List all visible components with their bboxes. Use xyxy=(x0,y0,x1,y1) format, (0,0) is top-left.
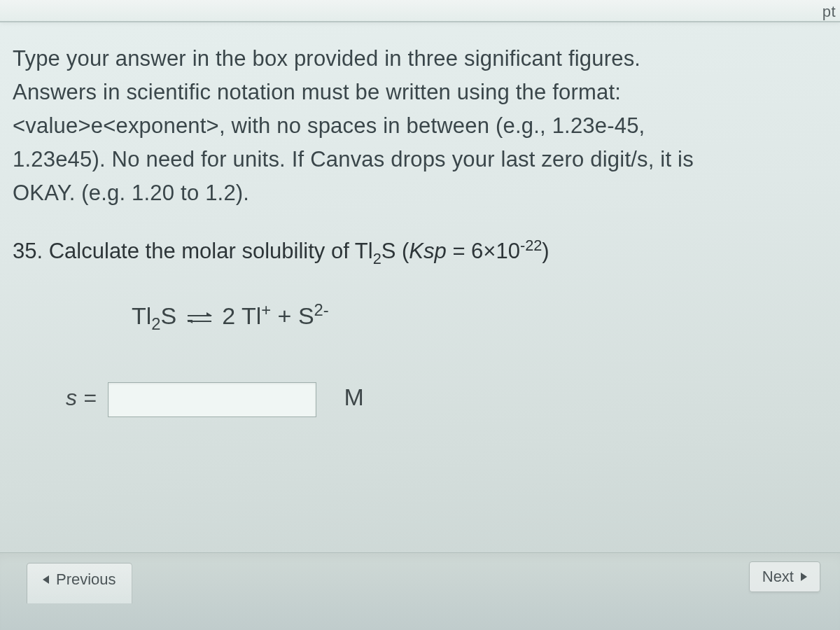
top-toolbar-strip xyxy=(0,0,840,22)
equilibrium-arrows-icon xyxy=(188,312,211,326)
answer-input[interactable] xyxy=(108,382,316,417)
instr-line-3a: <value>e<exponent>, with no spaces in be… xyxy=(13,113,645,138)
points-fragment: pt xyxy=(822,3,836,21)
answer-label: s = xyxy=(66,385,97,411)
eq-lhs-tl: Tl xyxy=(132,303,151,330)
previous-button-label: Previous xyxy=(56,570,116,589)
question-number: 35. xyxy=(13,239,43,264)
eq-rhs-tl: Tl xyxy=(235,303,261,330)
equilibrium-equation: Tl2S 2 Tl+ + S2- xyxy=(132,300,822,334)
eq-plus: + xyxy=(271,303,298,330)
instr-line-2: Answers in scientific notation must be w… xyxy=(13,80,621,104)
next-button-label: Next xyxy=(762,568,794,586)
eq-lhs-sub2: 2 xyxy=(151,315,160,334)
instr-line-1: Type your answer in the box provided in … xyxy=(13,46,640,71)
chevron-left-icon xyxy=(43,575,49,584)
eq-rhs-s-charge: 2- xyxy=(314,300,329,319)
question-close-paren: ) xyxy=(542,239,549,264)
previous-button[interactable]: Previous xyxy=(27,563,132,623)
question-prompt: 35. Calculate the molar solubility of Tl… xyxy=(13,234,822,271)
bottom-nav-bar: Next Previous xyxy=(0,552,840,630)
question-text-pre: Calculate the molar solubility of Tl xyxy=(49,239,373,264)
eq-lhs-s: S xyxy=(161,303,177,330)
question-content: Type your answer in the box provided in … xyxy=(0,22,840,417)
question-text-mid: S ( xyxy=(382,239,410,264)
ksp-value: = 6×10 xyxy=(447,239,520,264)
eq-rhs-tl-charge: + xyxy=(261,300,271,319)
instr-line-3c: OKAY. (e.g. 1.20 to 1.2). xyxy=(13,181,249,205)
next-button[interactable]: Next xyxy=(749,561,820,592)
unit-label: M xyxy=(344,384,364,411)
quiz-question-screen: pt Type your answer in the box provided … xyxy=(0,0,840,630)
formula-sub-2: 2 xyxy=(373,250,382,267)
chevron-right-icon xyxy=(801,573,807,581)
answer-row: s = M xyxy=(66,382,822,417)
ksp-exponent: -22 xyxy=(520,237,542,254)
eq-rhs-s: S xyxy=(298,303,314,330)
eq-rhs-coef: 2 xyxy=(222,303,235,330)
instr-line-3b: 1.23e45). No need for units. If Canvas d… xyxy=(13,147,694,172)
instructions-block: Type your answer in the box provided in … xyxy=(13,42,822,210)
ksp-symbol: Ksp xyxy=(409,239,446,264)
